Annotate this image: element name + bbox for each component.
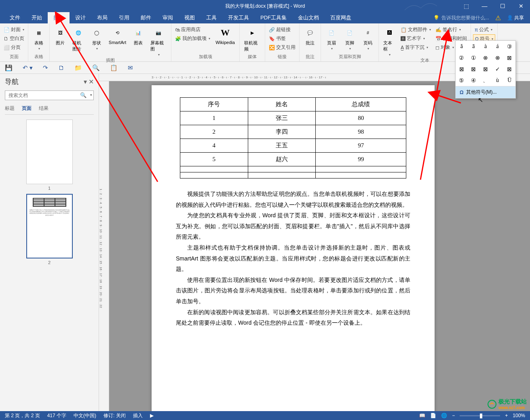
- track-changes-indicator[interactable]: 修订: 关闭: [103, 412, 126, 419]
- dropcap-button[interactable]: A̲ 首字下沉▾: [399, 43, 433, 52]
- online-video-button[interactable]: ▶联机视频: [242, 25, 263, 53]
- symbol-cell[interactable]: Ü: [503, 75, 515, 86]
- chart-button[interactable]: 📊图表: [130, 25, 147, 47]
- equation-button[interactable]: π 公式▾: [473, 25, 495, 34]
- document-table[interactable]: 序号 姓名 总成绩 1张三80 2李四98 4王五97 5赵六99: [180, 97, 406, 178]
- screenshot-button[interactable]: 📷屏幕截图▾: [148, 25, 169, 57]
- symbol-cell[interactable]: ā: [468, 41, 480, 52]
- hyperlink-button[interactable]: 🔗 超链接: [267, 25, 297, 34]
- symbol-cell[interactable]: ①: [468, 52, 480, 63]
- symbol-cell[interactable]: á: [492, 41, 504, 52]
- footer-button[interactable]: 📄页脚▾: [341, 25, 358, 51]
- symbol-cell[interactable]: 、: [479, 75, 492, 86]
- menu-tools[interactable]: 工具: [201, 12, 222, 23]
- menu-baidu[interactable]: 百度网盘: [325, 12, 357, 23]
- print-preview-button[interactable]: 🔍: [92, 64, 100, 71]
- nav-close-button[interactable]: ▾ ✕: [84, 78, 94, 86]
- nav-search[interactable]: 🔍 ▾: [5, 90, 94, 100]
- menu-developer[interactable]: 开发工具: [222, 12, 255, 23]
- page-indicator[interactable]: 第 2 页，共 2 页: [5, 412, 40, 419]
- ribbon-display-button[interactable]: ⬚: [457, 0, 475, 12]
- online-picture-button[interactable]: 🌐联机图片: [70, 25, 87, 53]
- tell-me-input[interactable]: 💡 告诉我您想要做什么...: [433, 15, 489, 21]
- blank-page-button[interactable]: 🗋 空白页: [2, 34, 26, 43]
- menu-insert[interactable]: 插入: [48, 12, 70, 23]
- comment-button[interactable]: 💬批注: [302, 25, 319, 47]
- menu-design[interactable]: 设计: [70, 12, 91, 23]
- symbol-cell[interactable]: ⊠: [479, 63, 492, 75]
- menu-layout[interactable]: 布局: [91, 12, 113, 23]
- store-button[interactable]: 🛍 应用商店: [173, 25, 212, 34]
- textbox-button[interactable]: 🅰文本框▾: [381, 25, 398, 57]
- paste-button[interactable]: 📋: [110, 64, 118, 71]
- smartart-button[interactable]: ⟲SmartArt: [106, 25, 129, 46]
- menu-review[interactable]: 审阅: [157, 12, 179, 23]
- myaddins-button[interactable]: 🧩 我的加载项▾: [173, 34, 212, 43]
- signature-button[interactable]: ✍ 签名行▾: [434, 25, 469, 34]
- symbol-cell[interactable]: ⊠: [456, 63, 468, 75]
- menu-kingsoft[interactable]: 金山文档: [292, 12, 325, 23]
- wikipedia-button[interactable]: WWikipedia: [213, 25, 237, 46]
- wordart-button[interactable]: 🅰 艺术字▾: [399, 34, 433, 43]
- search-icon[interactable]: 🔍: [80, 92, 87, 98]
- picture-button[interactable]: 🖼图片: [52, 25, 69, 47]
- maximize-button[interactable]: ☐: [494, 0, 512, 12]
- menu-file[interactable]: 文件: [4, 12, 26, 23]
- warning-icon[interactable]: ⚠: [495, 14, 501, 22]
- open-button[interactable]: 📁: [74, 64, 82, 71]
- menu-mailings[interactable]: 邮件: [135, 12, 157, 23]
- view-web-button[interactable]: 🌐: [441, 413, 447, 418]
- symbol-cell[interactable]: ⑤: [456, 75, 468, 86]
- quickparts-button[interactable]: 📋 文档部件▾: [399, 25, 433, 34]
- zoom-slider[interactable]: [460, 415, 500, 416]
- undo-button[interactable]: ↶ ▾: [23, 64, 33, 71]
- macro-button[interactable]: ▶: [150, 413, 154, 418]
- view-print-button[interactable]: 📄: [430, 413, 436, 418]
- symbol-cell[interactable]: ✓: [492, 63, 504, 75]
- bookmark-button[interactable]: 🔖 书签: [267, 34, 297, 43]
- symbol-cell[interactable]: ⊗: [479, 52, 492, 63]
- new-button[interactable]: 🗋: [58, 64, 64, 71]
- symbol-cell[interactable]: ③: [503, 41, 515, 52]
- symbol-cell[interactable]: ⊠: [503, 63, 515, 75]
- symbol-cell[interactable]: ⊗: [492, 52, 504, 63]
- envelope-button[interactable]: ✉: [128, 64, 133, 71]
- zoom-in-button[interactable]: +: [505, 413, 508, 418]
- thumbnail-2[interactable]: 视频提供了功能强大的方法帮助您证明您的观点当您单击联机视频时可以在想要添加的视频…: [26, 194, 73, 265]
- menu-references[interactable]: 引用: [113, 12, 135, 23]
- insert-mode-indicator[interactable]: 插入: [133, 412, 143, 419]
- search-dropdown-icon[interactable]: ▾: [90, 93, 92, 97]
- menu-pdf[interactable]: PDF工具集: [255, 12, 292, 23]
- table-button[interactable]: ▦表格▾: [30, 25, 47, 51]
- zoom-level[interactable]: 100%: [513, 413, 525, 418]
- symbol-cell[interactable]: ④: [468, 75, 480, 86]
- zoom-out-button[interactable]: −: [452, 413, 455, 418]
- crossref-button[interactable]: 🔀 交叉引用: [267, 43, 297, 52]
- symbol-cell[interactable]: ②: [456, 52, 468, 63]
- word-count[interactable]: 417 个字: [47, 412, 66, 419]
- document-body[interactable]: 视频提供了功能强大的方法帮助您证明您的观点。当您单击联机视频时，可以在想要添加的…: [176, 189, 410, 328]
- language-indicator[interactable]: 中文(中国): [74, 412, 96, 419]
- nav-tab-headings[interactable]: 标题: [5, 105, 15, 112]
- nav-tab-pages[interactable]: 页面: [22, 105, 32, 112]
- cover-page-button[interactable]: 📄 封面▾: [2, 25, 26, 34]
- more-symbols-button[interactable]: Ω 其他符号(M)...: [456, 86, 515, 98]
- document-page[interactable]: 序号 姓名 总成绩 1张三80 2李四98 4王五97 5赵六99 视频提供了功…: [152, 85, 435, 411]
- symbol-cell[interactable]: ù: [492, 75, 504, 86]
- minimize-button[interactable]: —: [475, 0, 494, 12]
- pagenum-button[interactable]: #页码▾: [359, 25, 376, 51]
- menu-view[interactable]: 视图: [179, 12, 201, 23]
- thumbnail-1[interactable]: 1: [26, 120, 73, 191]
- symbol-cell[interactable]: ă: [456, 41, 468, 52]
- close-button[interactable]: ✕: [512, 0, 530, 12]
- redo-button[interactable]: ↷: [43, 64, 48, 71]
- page-break-button[interactable]: ⬜ 分页: [2, 43, 26, 52]
- nav-tab-results[interactable]: 结果: [39, 105, 49, 112]
- shapes-button[interactable]: ◯形状▾: [88, 25, 105, 51]
- view-read-button[interactable]: 📖: [419, 413, 425, 418]
- symbol-cell[interactable]: ⊠: [468, 63, 480, 75]
- symbol-cell[interactable]: à: [479, 41, 492, 52]
- vertical-ruler[interactable]: 1 · 2 · 3 · 4 · 5 · 6 · 7 · 8 · 9 · 10 ·…: [99, 81, 109, 411]
- menu-home[interactable]: 开始: [26, 12, 48, 23]
- save-button[interactable]: 💾: [5, 64, 13, 71]
